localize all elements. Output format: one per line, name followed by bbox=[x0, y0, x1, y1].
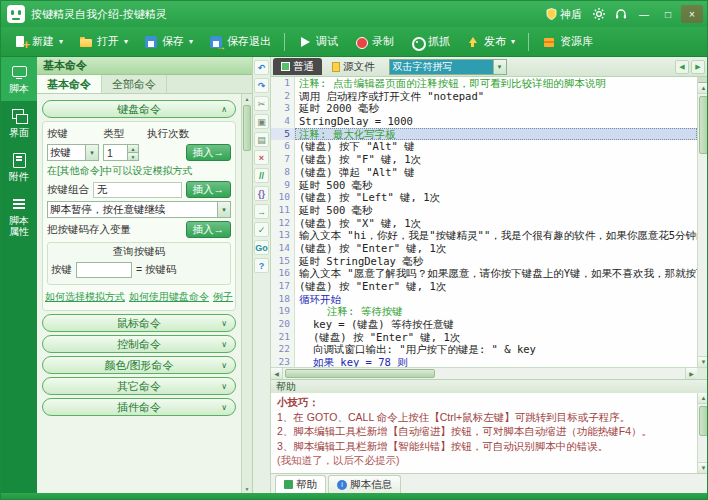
scroll-down-icon[interactable]: ▼ bbox=[698, 356, 708, 367]
code-line[interactable]: 12(键盘) 按 "X" 键, 1次 bbox=[271, 217, 697, 230]
repeat-count-stepper[interactable]: 1 ▲▼ bbox=[103, 144, 139, 161]
code-line[interactable]: 8(键盘) 弹起 "Alt" 键 bbox=[271, 166, 697, 179]
save-button[interactable]: 保存▾ bbox=[137, 30, 200, 54]
tab-source-view[interactable]: 源文件 bbox=[324, 58, 383, 75]
tab-scroll-left-button[interactable]: ◀ bbox=[675, 60, 689, 74]
keycode-input[interactable] bbox=[76, 262, 132, 278]
settings-button[interactable] bbox=[589, 5, 609, 23]
code-line[interactable]: 20key = (键盘) 等待按任意键 bbox=[271, 318, 697, 331]
code-line[interactable]: 2调用 启动程序或打开文件 "notepad" bbox=[271, 90, 697, 103]
code-line[interactable]: 16输入文本 "愿意了解我吗？如果愿意，请你按下键盘上的Y键，如果不喜欢我，那就… bbox=[271, 267, 697, 280]
dismiss-tips-link[interactable]: (我知道了，以后不必提示) bbox=[277, 453, 693, 468]
code-line[interactable]: 22向调试窗口输出: "用户按下的键是: " & key bbox=[271, 343, 697, 356]
scroll-down-icon[interactable]: ▼ bbox=[242, 484, 252, 493]
insert-store-button[interactable]: 插入→ bbox=[186, 221, 232, 238]
insert-key-button[interactable]: 插入→ bbox=[186, 144, 232, 161]
keyboard-section-header[interactable]: 键盘命令 bbox=[42, 100, 236, 118]
comment-icon[interactable]: // bbox=[254, 168, 269, 183]
new-button[interactable]: 新建▾ bbox=[7, 30, 70, 54]
tab-scroll-right-button[interactable]: ▶ bbox=[691, 60, 705, 74]
editor-vertical-scrollbar[interactable]: ▲ ▼ bbox=[697, 77, 708, 367]
code-line[interactable]: 7(键盘) 按 "F" 键, 1次 bbox=[271, 153, 697, 166]
editor-horizontal-scrollbar[interactable]: ◀ ▶ bbox=[271, 367, 708, 379]
stepper-down-icon[interactable]: ▼ bbox=[128, 153, 138, 160]
scroll-left-icon[interactable]: ◀ bbox=[271, 368, 283, 379]
code-line[interactable]: 21(键盘) 按 "Enter" 键, 1次 bbox=[271, 331, 697, 344]
scroll-down-icon[interactable]: ▼ bbox=[698, 462, 708, 473]
dropdown-arrow-icon[interactable]: ▾ bbox=[511, 37, 515, 46]
stepper-up-icon[interactable]: ▲ bbox=[128, 145, 138, 153]
pause-mode-select[interactable]: 脚本暂停，按任意键继续 ▾ bbox=[47, 201, 231, 218]
scroll-right-icon[interactable]: ▶ bbox=[685, 368, 697, 379]
code-line[interactable]: 13输入文本 "hi，你好，我是"按键精灵""，我是个很有趣的软件，如果你愿意花… bbox=[271, 229, 697, 242]
tab-normal-view[interactable]: 普通 bbox=[273, 58, 322, 75]
key-type-select[interactable]: 按键 ▾ bbox=[47, 144, 99, 161]
command-section-header[interactable]: 控制命令 bbox=[42, 335, 236, 353]
tab-basic-commands[interactable]: 基本命令 bbox=[37, 75, 102, 93]
tab-all-commands[interactable]: 全部命令 bbox=[102, 75, 167, 93]
save-exit-button[interactable]: →保存退出 bbox=[202, 30, 278, 54]
sidebar-item-interface[interactable]: 界面 bbox=[1, 101, 37, 145]
code-editor[interactable]: 1注释: 点击编辑器页面的注释按钮，即可看到比较详细的脚本说明2调用 启动程序或… bbox=[271, 77, 708, 367]
command-panel-scrollbar[interactable]: ▲ ▼ bbox=[241, 94, 252, 493]
sidebar-item-script-properties[interactable]: 脚本属性 bbox=[1, 189, 37, 244]
code-line[interactable]: 15延时 StringDelay 毫秒 bbox=[271, 255, 697, 268]
code-line[interactable]: 3延时 2000 毫秒 bbox=[271, 102, 697, 115]
record-button[interactable]: 录制 bbox=[347, 30, 401, 54]
minimize-button[interactable]: — bbox=[633, 5, 655, 23]
debug-button[interactable]: 调试 bbox=[291, 30, 345, 54]
statusbar-tab-help-book[interactable]: 帮助 bbox=[275, 475, 326, 493]
shield-button[interactable]: 神盾 bbox=[541, 4, 587, 24]
code-line[interactable]: 17(键盘) 按 "Enter" 键, 1次 bbox=[271, 280, 697, 293]
cut-icon[interactable]: ✂ bbox=[254, 96, 269, 111]
goto-icon[interactable]: Go bbox=[254, 240, 269, 255]
code-line[interactable]: 5注释: 最大化写字板 bbox=[271, 128, 697, 141]
scrollbar-thumb[interactable] bbox=[243, 105, 251, 151]
help-link[interactable]: 如何选择模拟方式 bbox=[45, 290, 125, 304]
code-line[interactable]: 14(键盘) 按 "Enter" 键, 1次 bbox=[271, 242, 697, 255]
code-line[interactable]: 11延时 500 毫秒 bbox=[271, 204, 697, 217]
braces-icon[interactable]: {} bbox=[254, 186, 269, 201]
command-section-header[interactable]: 其它命令 bbox=[42, 377, 236, 395]
code-line[interactable]: 23如果 key = 78 则 bbox=[271, 356, 697, 367]
dropdown-arrow-icon[interactable]: ▾ bbox=[189, 37, 193, 46]
publish-button[interactable]: 发布▾ bbox=[459, 30, 522, 54]
code-line[interactable]: 9延时 500 毫秒 bbox=[271, 179, 697, 192]
code-line[interactable]: 18循环开始 bbox=[271, 293, 697, 306]
sidebar-item-script[interactable]: 脚本 bbox=[1, 57, 37, 101]
code-line[interactable]: 10(键盘) 按 "Left" 键, 1次 bbox=[271, 191, 697, 204]
resource-button[interactable]: 资源库 bbox=[535, 30, 600, 54]
key-combination-field[interactable]: 无 bbox=[93, 182, 182, 198]
sidebar-item-attachment[interactable]: 附件 bbox=[1, 145, 37, 189]
support-button[interactable] bbox=[611, 5, 631, 23]
statusbar-tab-script-info[interactable]: 脚本信息 bbox=[328, 475, 401, 493]
open-button[interactable]: 打开▾ bbox=[72, 30, 135, 54]
insert-combination-button[interactable]: 插入→ bbox=[186, 181, 232, 198]
delete-icon[interactable]: × bbox=[254, 150, 269, 165]
help-vertical-scrollbar[interactable]: ▲ ▼ bbox=[697, 393, 708, 473]
syntax-check-icon[interactable]: ✓ bbox=[254, 222, 269, 237]
command-section-header[interactable]: 插件命令 bbox=[42, 398, 236, 416]
help-link[interactable]: 例子 bbox=[213, 290, 233, 304]
code-line[interactable]: 4StringDelay = 1000 bbox=[271, 115, 697, 128]
scroll-up-icon[interactable]: ▲ bbox=[242, 94, 252, 103]
code-line[interactable]: 6(键盘) 按下 "Alt" 键 bbox=[271, 140, 697, 153]
snippet-combobox[interactable]: 双击字符拼写 ▾ bbox=[389, 59, 507, 75]
redo-icon[interactable]: ↷ bbox=[254, 78, 269, 93]
paste-icon[interactable]: ▤ bbox=[254, 132, 269, 147]
chevron-down-icon[interactable]: ▾ bbox=[493, 60, 506, 74]
command-section-header[interactable]: 鼠标命令 bbox=[42, 314, 236, 332]
indent-icon[interactable]: → bbox=[254, 204, 269, 219]
chevron-down-icon[interactable]: ▾ bbox=[85, 145, 98, 160]
find-icon[interactable]: ? bbox=[254, 258, 269, 273]
capture-button[interactable]: 抓抓 bbox=[403, 30, 457, 54]
chevron-down-icon[interactable]: ▾ bbox=[217, 202, 230, 217]
code-line[interactable]: 1注释: 点击编辑器页面的注释按钮，即可看到比较详细的脚本说明 bbox=[271, 77, 697, 90]
scrollbar-thumb[interactable] bbox=[285, 369, 435, 378]
copy-icon[interactable]: ▣ bbox=[254, 114, 269, 129]
scroll-up-icon[interactable]: ▲ bbox=[698, 393, 708, 404]
scroll-up-icon[interactable]: ▲ bbox=[698, 83, 708, 94]
command-section-header[interactable]: 颜色/图形命令 bbox=[42, 356, 236, 374]
dropdown-arrow-icon[interactable]: ▾ bbox=[59, 37, 63, 46]
maximize-button[interactable]: □ bbox=[657, 5, 679, 23]
